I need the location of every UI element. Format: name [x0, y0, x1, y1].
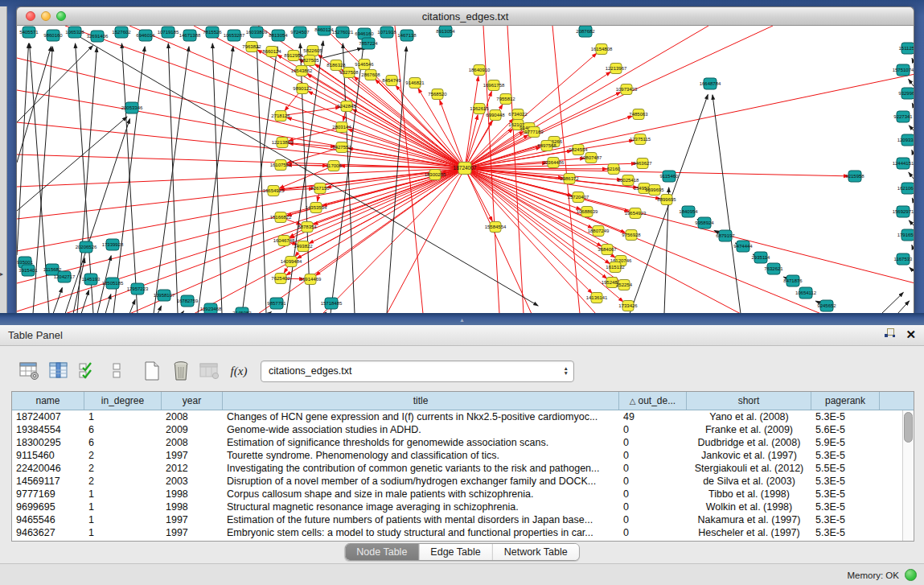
column-header-name[interactable]: name	[12, 392, 84, 410]
graph-node[interactable]: 9724507	[290, 27, 310, 38]
graph-node[interactable]: 8899695	[657, 195, 676, 205]
graph-node[interactable]: 9329966	[898, 88, 914, 99]
graph-node[interactable]: 15692971	[893, 206, 914, 217]
graph-node[interactable]: 15720407	[568, 192, 589, 203]
table-row[interactable]: 946554611997Estimation of the future num…	[12, 513, 914, 526]
graph-node[interactable]: 9227341	[893, 111, 913, 122]
column-header-pagerank[interactable]: pagerank	[811, 392, 880, 410]
graph-node[interactable]: 16033809	[246, 27, 268, 38]
deselect-rows-icon[interactable]	[105, 359, 129, 383]
table-row[interactable]: 1938455462009Genome-wide association stu…	[12, 423, 914, 436]
graph-node[interactable]: 1511254	[899, 43, 914, 54]
column-header-year[interactable]: year	[162, 392, 223, 410]
graph-node[interactable]: 6734022	[508, 109, 528, 120]
graph-node[interactable]: 8454749	[382, 76, 401, 86]
graph-node[interactable]: 9146821	[405, 78, 425, 89]
table-selector-dropdown[interactable]: citations_edges.txt ▲▼	[261, 360, 574, 382]
graph-node[interactable]: 2718126	[271, 111, 290, 122]
graph-node[interactable]: 9215958	[845, 171, 864, 182]
graph-node[interactable]: 8913054	[436, 26, 455, 37]
table-row[interactable]: 1830029562008Estimation of significance …	[12, 436, 914, 449]
minimize-window-button[interactable]	[41, 11, 51, 21]
graph-node[interactable]: 1733426	[618, 301, 638, 311]
expand-arrow-icon[interactable]: ▸	[0, 270, 3, 278]
graph-node[interactable]: 10719185	[158, 27, 179, 38]
graph-node[interactable]: 12093383	[897, 134, 914, 146]
graph-node[interactable]: 7485063	[629, 109, 648, 120]
graph-node[interactable]: 16107552	[270, 160, 292, 171]
graph-node[interactable]: 9327508	[339, 68, 359, 78]
function-builder-icon[interactable]: f(x)	[227, 359, 251, 383]
graph-node[interactable]: 10653287	[224, 30, 245, 41]
graph-node[interactable]: 7815526	[203, 27, 222, 38]
collapsed-control-panel[interactable]: ▸	[0, 6, 7, 322]
graph-node[interactable]: 8471876	[783, 275, 803, 286]
graph-node[interactable]: 1167533	[894, 253, 914, 265]
graph-node[interactable]: 3915401	[18, 265, 38, 276]
vertical-scrollbar[interactable]	[902, 410, 913, 541]
graph-node[interactable]: 1527602	[112, 27, 131, 38]
column-header-in_degree[interactable]: in_degree	[84, 392, 162, 410]
graph-node[interactable]: 16648784	[700, 78, 721, 89]
graph-node[interactable]: 16914469	[300, 274, 322, 285]
select-columns-icon[interactable]	[47, 359, 71, 383]
graph-node[interactable]: 2803144	[332, 122, 351, 133]
graph-node[interactable]: 20206526	[76, 241, 97, 253]
panel-splitter[interactable]: ▲	[0, 313, 924, 325]
graph-node[interactable]: 10025418	[618, 175, 639, 186]
graph-node[interactable]: 9245652	[817, 300, 836, 311]
new-table-icon[interactable]	[140, 359, 164, 383]
graph-node[interactable]: 1840954	[679, 206, 698, 217]
delete-table-icon[interactable]	[169, 359, 193, 383]
graph-node[interactable]: 1145193	[82, 274, 101, 285]
graph-node[interactable]: 9474444	[733, 241, 753, 252]
graph-node[interactable]: 17339928	[102, 239, 124, 250]
splitter-handle-icon[interactable]: ▲	[459, 318, 465, 322]
scrollbar-thumb[interactable]	[904, 412, 913, 443]
graph-node[interactable]: 6879197	[716, 230, 735, 241]
graph-node[interactable]: 16782759	[177, 295, 199, 307]
graph-node[interactable]: 16210643	[897, 183, 914, 194]
graph-node[interactable]: 252254	[616, 280, 633, 290]
column-header-title[interactable]: title	[223, 392, 619, 410]
graph-node[interactable]: 10654112	[795, 287, 817, 299]
graph-node[interactable]: 8813054	[269, 30, 288, 41]
graph-node[interactable]: 9756928	[622, 230, 641, 241]
graph-node[interactable]: 1065328	[65, 27, 84, 38]
graph-node[interactable]: 2986372	[560, 174, 579, 184]
graph-node[interactable]: 17916504	[897, 229, 914, 241]
graph-node[interactable]: 12375115	[630, 134, 651, 145]
zoom-window-button[interactable]	[56, 11, 66, 21]
graph-node[interactable]: 7632621	[764, 263, 783, 274]
graph-node[interactable]: 6946016	[136, 30, 155, 41]
tab-edge-table[interactable]: Edge Table	[419, 544, 492, 560]
table-row[interactable]: 946362711997Embryonic stem cells: a mode…	[12, 526, 914, 539]
table-row[interactable]: 1456911722003Disruption of a novel membe…	[12, 475, 914, 488]
graph-node[interactable]: 8660124	[262, 47, 281, 57]
graph-node[interactable]: 5822605	[303, 46, 322, 56]
graph-node[interactable]: 2935114	[752, 252, 771, 263]
graph-node[interactable]: 1467138	[397, 30, 417, 41]
close-panel-icon[interactable]: ✕	[906, 328, 916, 342]
column-settings-icon[interactable]	[18, 359, 42, 383]
graph-node[interactable]: 117006	[326, 161, 342, 171]
column-header-out_de[interactable]: △out_de...	[619, 392, 687, 410]
close-window-button[interactable]	[26, 11, 35, 21]
table-row[interactable]: 2242004622012Investigating the contribut…	[12, 462, 914, 475]
graph-node[interactable]: 7568520	[428, 89, 447, 100]
graph-node[interactable]: 9958924	[695, 217, 714, 229]
graph-node[interactable]: 14136141	[586, 293, 608, 303]
graph-node[interactable]: 2087682	[576, 26, 595, 37]
graph-node[interactable]: 15718485	[321, 298, 343, 309]
select-all-rows-icon[interactable]	[76, 359, 100, 383]
table-row[interactable]: 969969511998Structural magnetic resonanc…	[12, 501, 914, 513]
graph-node[interactable]: 7955812	[496, 94, 515, 105]
table-row[interactable]: 911546021997Tourette syndrome. Phenomeno…	[12, 449, 914, 462]
graph-node[interactable]: 5405571	[19, 27, 39, 38]
graph-node[interactable]: 12923468	[200, 303, 222, 313]
graph-node[interactable]: 15276021	[332, 27, 354, 38]
graph-node[interactable]: 15584554	[485, 222, 507, 233]
graph-node[interactable]: 62160	[607, 164, 621, 175]
graph-node[interactable]: 12444151	[893, 158, 914, 169]
table-row[interactable]: 1872400712008Changes of HCN gene express…	[12, 410, 914, 423]
